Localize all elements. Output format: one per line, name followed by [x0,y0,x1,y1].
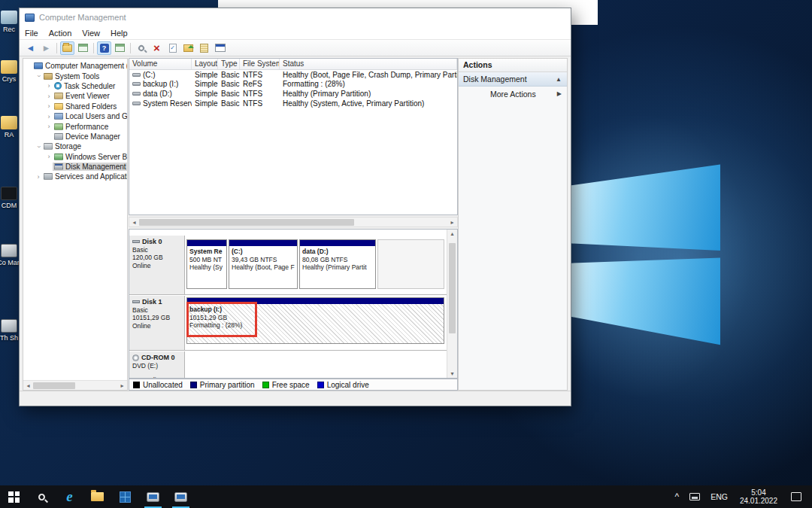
tree-item-event-viewer[interactable]: Event Viewer [23,91,127,101]
chevron-right-icon[interactable] [35,173,42,181]
title-bar[interactable]: Computer Management [20,8,571,26]
table-row[interactable]: backup (I:) Simple Basic ReFS Formatting… [129,80,457,90]
column-header[interactable]: Volume [129,59,192,69]
menu-file[interactable]: File [20,29,44,38]
scroll-up-icon[interactable]: ▴ [447,230,457,237]
tree-item-local-users-groups[interactable]: Local Users and Groups [23,111,127,121]
internet-explorer-button[interactable] [56,485,83,508]
language-indicator[interactable]: ENG [704,492,734,501]
chevron-right-icon[interactable] [45,113,53,120]
disk1-label[interactable]: Disk 1 Basic 10151,29 GB Online [129,296,185,350]
volume-name: System Reserved [143,99,192,108]
table-row[interactable]: (C:) Simple Basic NTFS Healthy (Boot, Pa… [129,70,457,80]
column-header[interactable]: Layout [192,59,218,69]
column-header[interactable]: File System [240,59,280,69]
center-horizontal-scrollbar[interactable]: ◂ ▸ [129,217,458,227]
tree-item-computer-management[interactable]: Computer Management (Local [23,61,127,71]
disk0-empty-space[interactable] [377,239,444,289]
file-explorer-button[interactable] [83,485,111,508]
tree-item-label: Services and Applications [55,172,128,181]
back-icon[interactable] [23,41,38,55]
forward-icon[interactable] [39,41,53,55]
disk-kind: Basic [132,246,182,254]
clock[interactable]: 5:04 24.01.2022 [734,488,783,505]
collapse-icon[interactable]: ▲ [556,76,562,83]
network-icon[interactable] [689,493,700,500]
notebook-icon[interactable] [197,41,211,55]
help-icon[interactable] [97,41,111,55]
chevron-down-icon[interactable] [35,143,42,151]
disk-vertical-scrollbar[interactable]: ▴ ▾ [447,230,457,378]
cdrom-label[interactable]: CD-ROM 0 DVD (E:) No Media [129,351,185,379]
actions-group-label: Disk Management [463,75,527,84]
tree-item-label: Event Viewer [65,92,110,100]
partition-data[interactable]: data (D:) 80,08 GB NTFS Healthy (Primary… [299,239,376,289]
chevron-right-icon[interactable] [45,102,53,110]
tree-item-task-scheduler[interactable]: Task Scheduler [23,81,127,91]
event-viewer-icon [54,93,63,99]
tree-item-performance[interactable]: Performance [23,121,127,131]
start-button[interactable] [0,485,28,508]
search-button[interactable] [28,485,56,508]
partition-system-reserved[interactable]: System Re 500 MB NT Healthy (Sy [186,239,227,289]
scrollbar-thumb[interactable] [139,219,354,226]
scrollbar-thumb[interactable] [449,243,456,333]
window-title: Computer Management [39,13,126,22]
services-icon [44,173,53,180]
volume-name: (C:) [143,71,156,79]
server-manager-button[interactable] [111,485,139,508]
chevron-right-icon[interactable] [45,123,53,130]
more-actions[interactable]: More Actions ▶ [459,87,567,101]
delete-volume-icon[interactable] [150,41,164,55]
scrollbar-thumb[interactable] [33,382,75,389]
highlight-annotation [186,302,257,337]
scroll-left-icon[interactable]: ◂ [129,219,139,226]
column-header[interactable]: Type [218,59,240,69]
console-properties-icon[interactable] [213,41,227,55]
table-row[interactable]: data (D:) Simple Basic NTFS Healthy (Pri… [129,89,457,99]
chevron-right-icon[interactable] [45,93,53,100]
tree-horizontal-scrollbar[interactable]: ◂ ▸ [23,380,127,390]
recycle-bin-icon [1,11,17,24]
actions-disk-management[interactable]: Disk Management ▲ [459,72,567,87]
disk1-row: Disk 1 Basic 10151,29 GB Online backup (… [129,296,447,351]
hidden-icons-chevron-icon[interactable] [669,491,686,502]
computer-management-taskbar-button[interactable] [139,485,167,508]
computer-management-icon [147,492,159,502]
tree-item-services-applications[interactable]: Services and Applications [23,172,127,181]
scroll-left-icon[interactable]: ◂ [23,382,33,389]
chevron-right-icon[interactable] [45,153,53,160]
tree-item-disk-management[interactable]: Disk Management [23,162,127,172]
tree-item-label: Task Scheduler [64,82,115,90]
table-row[interactable]: System Reserved Simple Basic NTFS Health… [129,99,457,108]
drive-icon [132,73,141,77]
show-console-tree-icon[interactable] [60,41,74,55]
action-center-icon[interactable] [791,492,801,501]
partition-c[interactable]: (C:) 39,43 GB NTFS Healthy (Boot, Page F [229,239,298,289]
tool-icon[interactable] [134,41,148,55]
date: 24.01.2022 [740,497,777,505]
tree-item-device-manager[interactable]: Device Manager [23,132,127,141]
disk0-label[interactable]: Disk 0 Basic 120,00 GB Online [129,236,185,294]
users-icon [54,113,63,120]
scroll-right-icon[interactable]: ▸ [117,382,127,389]
tree-item-system-tools[interactable]: System Tools [23,71,127,81]
free-space-swatch-icon [262,382,269,388]
cdrom-row: CD-ROM 0 DVD (E:) No Media [129,351,447,379]
check-document-icon[interactable] [165,41,180,55]
chevron-right-icon[interactable] [45,82,53,90]
menu-action[interactable]: Action [44,29,77,38]
column-header[interactable]: Status [280,59,457,69]
tree-item-windows-server-backup[interactable]: Windows Server Backup [23,152,127,162]
menu-help[interactable]: Help [105,29,133,38]
scroll-right-icon[interactable]: ▸ [447,219,457,226]
disk-tool-taskbar-button[interactable] [167,485,195,508]
tree-item-storage[interactable]: Storage [23,141,127,151]
tree-item-shared-folders[interactable]: Shared Folders [23,102,127,111]
console-window2-icon[interactable] [113,41,127,55]
scroll-down-icon[interactable]: ▾ [447,370,457,377]
console-window-icon[interactable] [76,41,90,55]
chevron-down-icon[interactable] [35,72,42,80]
open-folder-icon[interactable] [181,41,195,55]
menu-view[interactable]: View [77,29,105,38]
